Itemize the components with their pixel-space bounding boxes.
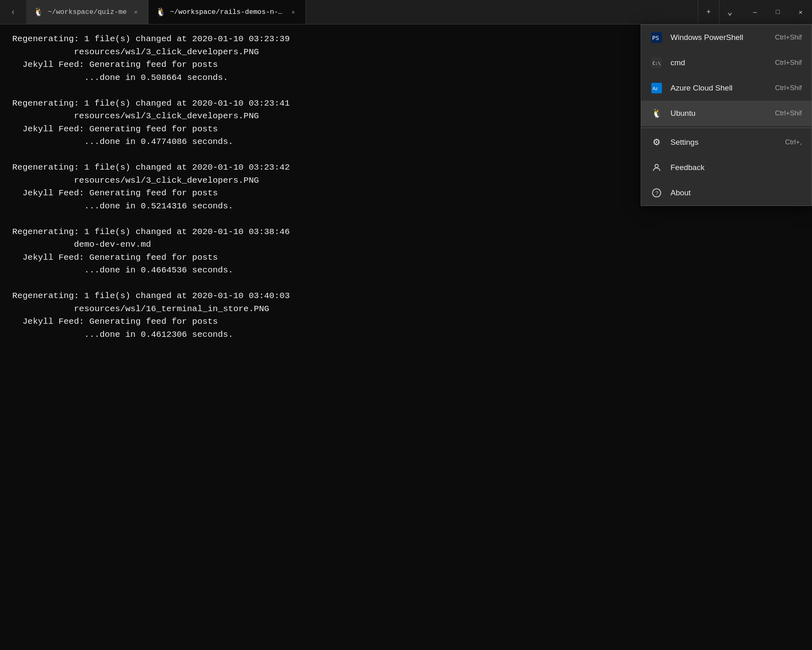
menu-item-settings[interactable]: ⚙SettingsCtrl+, bbox=[641, 130, 812, 155]
tab-rails-demos[interactable]: 🐧 ~/workspace/rails-demos-n-deets-2020 ✕ bbox=[148, 0, 306, 24]
svg-text:Az: Az bbox=[653, 86, 658, 91]
close-icon: ✕ bbox=[799, 8, 803, 16]
back-arrow[interactable]: ‹ bbox=[5, 4, 21, 20]
about-icon: ? bbox=[651, 187, 662, 199]
titlebar: ‹ 🐧 ~/workspace/quiz-me ✕ 🐧 ~/workspace/… bbox=[0, 0, 812, 24]
cmd-shortcut: Ctrl+Shif bbox=[775, 59, 802, 67]
settings-shortcut: Ctrl+, bbox=[785, 138, 802, 146]
menu-item-cmd[interactable]: C:\cmdCtrl+Shif bbox=[641, 50, 812, 75]
svg-text:C:\: C:\ bbox=[653, 61, 661, 66]
minimize-button[interactable]: ‒ bbox=[743, 0, 766, 24]
feedback-icon bbox=[651, 162, 662, 173]
cmd-icon: C:\ bbox=[651, 57, 662, 69]
svg-text:?: ? bbox=[655, 190, 658, 196]
dropdown-button[interactable]: ⌄ bbox=[719, 0, 740, 24]
ubuntu-shortcut: Ctrl+Shif bbox=[775, 109, 802, 117]
settings-icon: ⚙ bbox=[651, 137, 662, 148]
tab2-label: ~/workspace/rails-demos-n-deets-2020 bbox=[170, 8, 284, 16]
menu-item-azure[interactable]: AzAzure Cloud ShellCtrl+Shif bbox=[641, 75, 812, 101]
chevron-down-icon: ⌄ bbox=[727, 7, 732, 18]
menu-item-powershell[interactable]: PSWindows PowerShellCtrl+Shif bbox=[641, 25, 812, 50]
svg-point-6 bbox=[655, 164, 658, 168]
tab-quiz-me[interactable]: 🐧 ~/workspace/quiz-me ✕ bbox=[26, 0, 148, 24]
close-button[interactable]: ✕ bbox=[789, 0, 812, 24]
feedback-label: Feedback bbox=[670, 163, 802, 172]
minimize-icon: ‒ bbox=[753, 8, 757, 16]
tab1-icon: 🐧 bbox=[33, 7, 44, 17]
new-tab-button[interactable]: + bbox=[698, 0, 719, 24]
tab1-label: ~/workspace/quiz-me bbox=[48, 8, 127, 16]
menu-divider bbox=[641, 128, 812, 128]
azure-label: Azure Cloud Shell bbox=[670, 84, 767, 93]
tabs-area: 🐧 ~/workspace/quiz-me ✕ 🐧 ~/workspace/ra… bbox=[26, 0, 698, 24]
azure-shortcut: Ctrl+Shif bbox=[775, 84, 802, 92]
ubuntu-label: Ubuntu bbox=[670, 109, 767, 118]
cmd-label: cmd bbox=[670, 58, 767, 67]
about-label: About bbox=[670, 188, 802, 197]
svg-text:PS: PS bbox=[652, 35, 659, 41]
menu-item-about[interactable]: ?About bbox=[641, 180, 812, 206]
maximize-button[interactable]: □ bbox=[766, 0, 789, 24]
powershell-icon: PS bbox=[651, 32, 662, 43]
azure-icon: Az bbox=[651, 82, 662, 94]
window-controls: ‒ □ ✕ bbox=[743, 0, 812, 24]
tab2-close[interactable]: ✕ bbox=[288, 7, 298, 17]
plus-icon: + bbox=[706, 8, 711, 16]
tab2-icon: 🐧 bbox=[156, 7, 166, 17]
tab1-close[interactable]: ✕ bbox=[131, 7, 141, 17]
titlebar-actions: + ⌄ bbox=[698, 0, 740, 24]
maximize-icon: □ bbox=[776, 9, 780, 16]
nav-arrows: ‹ bbox=[0, 4, 26, 20]
ubuntu-icon: 🐧 bbox=[651, 108, 662, 119]
menu-item-feedback[interactable]: Feedback bbox=[641, 155, 812, 180]
dropdown-menu: PSWindows PowerShellCtrl+ShifC:\cmdCtrl+… bbox=[641, 24, 812, 206]
menu-item-ubuntu[interactable]: 🐧UbuntuCtrl+Shif bbox=[641, 101, 812, 126]
powershell-label: Windows PowerShell bbox=[670, 33, 767, 42]
powershell-shortcut: Ctrl+Shif bbox=[775, 33, 802, 42]
settings-label: Settings bbox=[670, 138, 777, 147]
